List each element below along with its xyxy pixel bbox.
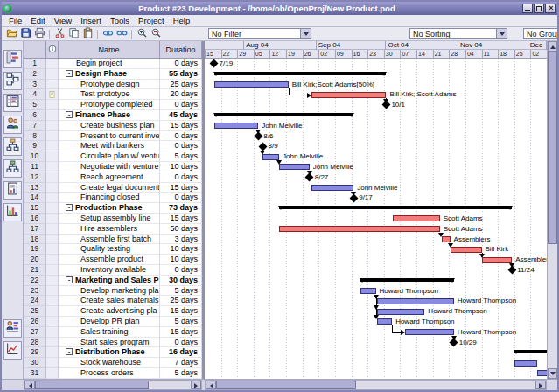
- menu-view[interactable]: View: [50, 16, 76, 25]
- table-row[interactable]: 16Setup assembly line15 days: [24, 214, 202, 224]
- task-name-cell[interactable]: Stock warehouse: [59, 358, 160, 368]
- table-row[interactable]: 14Financing closed0 days: [24, 192, 202, 203]
- menu-tools[interactable]: Tools: [106, 16, 134, 25]
- table-row[interactable]: 27Sales training15 days: [24, 327, 202, 338]
- task-name-cell[interactable]: Process orders: [59, 368, 160, 379]
- scroll-down-button[interactable]: [548, 368, 557, 379]
- row-number[interactable]: 28: [24, 338, 46, 348]
- summary-bar[interactable]: [514, 350, 547, 354]
- zoom-out-button[interactable]: [149, 28, 163, 40]
- cut-button[interactable]: [52, 28, 66, 40]
- table-row[interactable]: 26Develop PR plan5 days: [24, 317, 202, 327]
- table-row[interactable]: 24Create sales materials25 days: [24, 296, 202, 306]
- milestone-marker[interactable]: [305, 173, 314, 182]
- task-name-cell[interactable]: Hire assemblers: [59, 224, 160, 234]
- gantt-task-bar[interactable]: [405, 329, 454, 335]
- row-number[interactable]: 21: [24, 265, 46, 276]
- row-number[interactable]: 2: [24, 69, 46, 80]
- task-duration-cell[interactable]: 5 days: [160, 368, 202, 379]
- table-row[interactable]: 23Develop marketing pla5 days: [24, 286, 202, 297]
- table-row[interactable]: 29-Distribution Phase16 days: [24, 347, 202, 358]
- summary-bar[interactable]: [214, 113, 354, 116]
- vertical-scroll-thumb[interactable]: [548, 52, 557, 244]
- zoom-in-button[interactable]: [135, 28, 149, 40]
- table-row[interactable]: 17Hire assemblers50 days: [24, 224, 202, 234]
- row-number[interactable]: 31: [24, 368, 46, 379]
- task-duration-cell[interactable]: 0 days: [160, 59, 202, 69]
- table-row[interactable]: 1Begin project0 days: [24, 59, 202, 69]
- table-row[interactable]: 2-Design Phase55 days: [24, 69, 202, 80]
- task-name-cell[interactable]: -Finance Phase: [59, 110, 160, 121]
- chevron-down-icon[interactable]: [300, 29, 311, 38]
- table-row[interactable]: 6-Finance Phase45 days: [24, 110, 202, 121]
- table-row[interactable]: 12Reach agreement0 days: [24, 172, 202, 183]
- gantt-view-button[interactable]: [3, 50, 22, 68]
- row-number[interactable]: 19: [24, 244, 46, 255]
- summary-bar[interactable]: [214, 72, 387, 75]
- task-name-cell[interactable]: Begin project: [59, 59, 160, 69]
- gantt-task-bar[interactable]: [311, 185, 353, 191]
- task-name-cell[interactable]: Develop PR plan: [59, 317, 160, 327]
- row-number[interactable]: 4: [24, 89, 46, 100]
- row-number[interactable]: 11: [24, 162, 46, 172]
- histogram-view-button[interactable]: [3, 203, 22, 221]
- task-duration-cell[interactable]: 50 days: [160, 224, 202, 234]
- menu-insert[interactable]: Insert: [76, 16, 106, 25]
- task-name-cell[interactable]: -Design Phase: [59, 69, 160, 80]
- task-name-cell[interactable]: Develop marketing pla: [59, 286, 160, 297]
- resource-usage-view-button[interactable]: [3, 319, 22, 338]
- table-row[interactable]: 25Create advertising pla15 days: [24, 306, 202, 317]
- collapse-toggle[interactable]: -: [66, 276, 73, 284]
- row-number[interactable]: 15: [24, 203, 46, 214]
- gantt-task-bar[interactable]: [279, 164, 310, 170]
- row-number[interactable]: 13: [24, 183, 46, 193]
- row-number[interactable]: 25: [24, 306, 46, 317]
- scroll-up-button[interactable]: [548, 41, 557, 52]
- chart-view-button[interactable]: [3, 341, 22, 360]
- task-name-cell[interactable]: Reach agreement: [59, 172, 160, 183]
- gantt-task-bar[interactable]: [214, 81, 289, 88]
- minimize-button[interactable]: [522, 4, 533, 13]
- task-duration-cell[interactable]: 55 days: [160, 69, 202, 80]
- row-number[interactable]: 24: [24, 296, 46, 306]
- row-number[interactable]: 20: [24, 255, 46, 265]
- gantt-task-bar[interactable]: [214, 122, 259, 129]
- row-number[interactable]: 9: [24, 141, 46, 151]
- menu-help[interactable]: Help: [169, 16, 195, 25]
- task-name-cell[interactable]: Prototype design: [59, 80, 160, 90]
- table-row[interactable]: 15-Production Phase73 days: [24, 203, 202, 214]
- table-row[interactable]: 19Quality testing10 days: [24, 244, 202, 255]
- copy-button[interactable]: [66, 28, 80, 40]
- task-duration-cell[interactable]: 5 days: [160, 317, 202, 327]
- row-number[interactable]: 18: [24, 234, 46, 245]
- network-view-button[interactable]: [3, 72, 22, 90]
- task-usage-view-button[interactable]: [3, 94, 22, 112]
- save-button[interactable]: [18, 28, 32, 40]
- table-row[interactable]: 10Circulate plan w/ ventu5 days: [24, 151, 202, 162]
- table-row[interactable]: 21Inventory available0 days: [24, 265, 202, 276]
- summary-bar[interactable]: [279, 206, 512, 209]
- close-button[interactable]: ×: [545, 4, 556, 13]
- table-row[interactable]: 5Prototype completed0 days: [24, 100, 202, 110]
- task-name-cell[interactable]: Setup assembly line: [59, 214, 160, 224]
- gantt-task-bar[interactable]: [262, 154, 279, 160]
- task-duration-cell[interactable]: 73 days: [160, 203, 202, 214]
- collapse-toggle[interactable]: -: [66, 70, 73, 77]
- task-duration-cell[interactable]: 15 days: [160, 306, 202, 317]
- titlebar[interactable]: Product #23 Development - /home/ob/OpenP…: [2, 2, 557, 15]
- menu-file[interactable]: File: [4, 16, 26, 25]
- table-row[interactable]: 22-Marketing and Sales P30 days: [24, 276, 202, 286]
- row-number-column-header[interactable]: [24, 41, 46, 59]
- unlink-button[interactable]: [115, 28, 129, 40]
- collapse-toggle[interactable]: -: [66, 111, 73, 118]
- paste-button[interactable]: [80, 28, 94, 40]
- table-row[interactable]: 18Assemble first batch3 days: [24, 234, 202, 245]
- row-number[interactable]: 1: [24, 59, 46, 69]
- gantt-task-bar[interactable]: [360, 288, 375, 294]
- link-button[interactable]: [101, 28, 115, 40]
- milestone-marker[interactable]: [259, 142, 268, 150]
- task-duration-cell[interactable]: 0 days: [160, 338, 202, 348]
- gantt-vertical-scrollbar[interactable]: [547, 41, 557, 379]
- task-duration-cell[interactable]: 10 days: [160, 244, 202, 255]
- task-name-cell[interactable]: Financing closed: [59, 192, 160, 203]
